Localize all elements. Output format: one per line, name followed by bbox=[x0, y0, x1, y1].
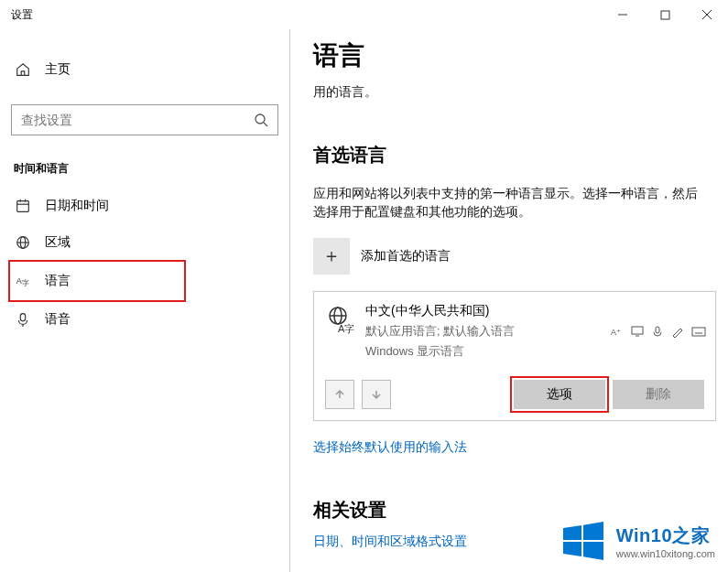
home-icon bbox=[14, 60, 32, 79]
preferred-description: 应用和网站将以列表中支持的第一种语言显示。选择一种语言，然后选择用于配置键盘和其… bbox=[313, 184, 698, 221]
related-link[interactable]: 日期、时间和区域格式设置 bbox=[313, 534, 467, 550]
close-button[interactable] bbox=[686, 0, 728, 29]
maximize-button[interactable] bbox=[644, 0, 686, 29]
move-up-button[interactable] bbox=[325, 380, 354, 409]
add-language-label: 添加首选的语言 bbox=[361, 248, 451, 264]
svg-text:A: A bbox=[16, 276, 22, 286]
calendar-icon bbox=[14, 197, 32, 215]
keyboard-icon bbox=[691, 325, 704, 338]
search-input[interactable] bbox=[21, 113, 254, 127]
move-down-button[interactable] bbox=[362, 380, 391, 409]
svg-line-5 bbox=[264, 123, 267, 126]
svg-text:A字: A字 bbox=[338, 323, 354, 334]
text-to-speech-icon: A⁺ bbox=[611, 325, 624, 338]
watermark-url: www.win10xitong.com bbox=[616, 548, 715, 559]
speech-icon bbox=[651, 325, 664, 338]
add-language-button[interactable]: ＋ 添加首选的语言 bbox=[313, 238, 728, 275]
svg-rect-23 bbox=[656, 327, 659, 333]
minimize-button[interactable] bbox=[602, 0, 644, 29]
sidebar-item-language[interactable]: A字 语言 bbox=[9, 261, 185, 301]
language-feature-icons: A⁺ bbox=[611, 303, 704, 360]
watermark: Win10之家 www.win10xitong.com bbox=[560, 517, 715, 565]
sidebar-item-label: 语音 bbox=[45, 311, 71, 328]
svg-text:A⁺: A⁺ bbox=[611, 328, 621, 337]
language-subtitle-2: Windows 显示语言 bbox=[365, 343, 611, 360]
options-button[interactable]: 选项 bbox=[514, 380, 605, 409]
window-title: 设置 bbox=[11, 7, 33, 23]
content: 语言 用的语言。 首选语言 应用和网站将以列表中支持的第一种语言显示。选择一种语… bbox=[290, 29, 728, 572]
svg-marker-30 bbox=[583, 522, 603, 540]
sidebar-item-datetime[interactable]: 日期和时间 bbox=[0, 188, 289, 224]
sidebar-item-label: 区域 bbox=[45, 234, 71, 251]
language-icon: A字 bbox=[14, 272, 32, 290]
svg-rect-1 bbox=[661, 11, 669, 19]
language-globe-icon: A字 bbox=[325, 305, 354, 334]
svg-marker-32 bbox=[583, 542, 603, 560]
plus-icon: ＋ bbox=[313, 238, 350, 275]
language-card[interactable]: A字 中文(中华人民共和国) 默认应用语言; 默认输入语言 Windows 显示… bbox=[313, 291, 716, 421]
nav-home-label: 主页 bbox=[45, 61, 71, 78]
sidebar-item-region[interactable]: 区域 bbox=[0, 224, 289, 261]
svg-rect-24 bbox=[692, 328, 705, 336]
default-ime-link[interactable]: 选择始终默认使用的输入法 bbox=[313, 439, 467, 456]
svg-rect-21 bbox=[632, 327, 643, 334]
svg-point-4 bbox=[255, 114, 265, 124]
language-subtitle-1: 默认应用语言; 默认输入语言 bbox=[365, 323, 611, 340]
language-name: 中文(中华人民共和国) bbox=[365, 303, 611, 319]
delete-button[interactable]: 删除 bbox=[613, 380, 704, 409]
window-controls bbox=[602, 0, 728, 29]
preferred-heading: 首选语言 bbox=[313, 143, 728, 167]
svg-text:字: 字 bbox=[22, 279, 29, 287]
sidebar-item-label: 日期和时间 bbox=[45, 198, 109, 214]
search-icon bbox=[254, 113, 268, 127]
svg-rect-6 bbox=[17, 201, 29, 212]
windows-logo-icon bbox=[560, 517, 607, 565]
category-heading: 时间和语言 bbox=[0, 152, 289, 188]
sidebar-item-label: 语言 bbox=[45, 273, 71, 289]
sidebar: 主页 时间和语言 日期和时间 区域 A字 语言 bbox=[0, 29, 290, 572]
microphone-icon bbox=[14, 310, 32, 329]
handwriting-icon bbox=[671, 325, 684, 338]
watermark-brand: Win10之家 bbox=[616, 523, 715, 548]
svg-marker-29 bbox=[563, 525, 581, 540]
page-description: 用的语言。 bbox=[313, 84, 728, 101]
page-heading: 语言 bbox=[313, 38, 728, 73]
search-box[interactable] bbox=[11, 104, 278, 135]
nav-home[interactable]: 主页 bbox=[0, 51, 289, 88]
display-icon bbox=[631, 325, 644, 338]
svg-marker-31 bbox=[563, 542, 581, 556]
globe-icon bbox=[14, 233, 32, 252]
sidebar-item-speech[interactable]: 语音 bbox=[0, 301, 289, 338]
svg-rect-15 bbox=[20, 314, 25, 321]
